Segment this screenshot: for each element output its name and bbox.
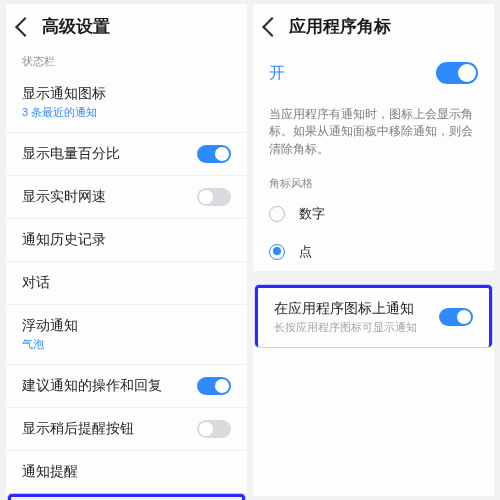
row-label: 在应用程序图标上通知 [274,300,417,318]
radio-icon[interactable] [269,206,285,222]
app-badges-panel: 应用程序角标 开 当应用程序有通知时，图标上会显示角标。如果从通知面板中移除通知… [253,4,494,496]
row-label: 通知提醒 [22,463,78,481]
master-toggle-row[interactable]: 开 [253,48,494,98]
advanced-settings-panel: 高级设置 状态栏 显示通知图标 3 条最近的通知 显示电量百分比 显示实时网速 … [6,4,247,496]
back-icon[interactable] [262,17,282,37]
row-remind-later[interactable]: 显示稍后提醒按钮 [6,408,247,451]
row-notif-on-app-icon[interactable]: 在应用程序图标上通知 长按应用程序图标可显示通知 [255,285,492,347]
row-app-badges[interactable]: 应用程序角标 [8,494,245,500]
toggle-master[interactable] [436,62,478,84]
toggle-net-speed[interactable] [197,188,231,206]
divider [253,271,494,285]
row-label: 显示稍后提醒按钮 [22,420,134,438]
radio-label: 数字 [299,205,325,223]
master-label: 开 [269,63,285,84]
row-show-net-speed[interactable]: 显示实时网速 [6,176,247,219]
row-floating-notif[interactable]: 浮动通知 气泡 [6,305,247,365]
row-show-battery-percent[interactable]: 显示电量百分比 [6,133,247,176]
back-icon[interactable] [15,17,35,37]
page-title: 应用程序角标 [289,16,391,38]
row-label: 对话 [22,274,50,292]
row-label: 显示电量百分比 [22,145,120,163]
radio-row-number[interactable]: 数字 [253,195,494,233]
row-label: 显示实时网速 [22,188,106,206]
row-conversations[interactable]: 对话 [6,262,247,305]
row-label: 通知历史记录 [22,231,106,249]
header: 应用程序角标 [253,4,494,48]
row-label: 显示通知图标 [22,85,106,103]
row-label: 浮动通知 [22,317,78,335]
row-suggest-actions[interactable]: 建议通知的操作和回复 [6,365,247,408]
row-notif-history[interactable]: 通知历史记录 [6,219,247,262]
description: 当应用程序有通知时，图标上会显示角标。如果从通知面板中移除通知，则会清除角标。 [253,98,494,170]
radio-label: 点 [299,243,312,261]
row-sub: 3 条最近的通知 [22,105,106,120]
radio-row-dot[interactable]: 点 [253,233,494,271]
row-notif-reminder[interactable]: 通知提醒 [6,451,247,494]
header: 高级设置 [6,4,247,48]
toggle-remind-later[interactable] [197,420,231,438]
row-label: 建议通知的操作和回复 [22,377,162,395]
section-label-badge-style: 角标风格 [253,170,494,195]
row-show-notif-icons[interactable]: 显示通知图标 3 条最近的通知 [6,73,247,133]
toggle-notif-on-icon[interactable] [439,308,473,326]
row-sub: 气泡 [22,337,78,352]
page-title: 高级设置 [42,16,110,38]
row-sub: 长按应用程序图标可显示通知 [274,320,417,335]
toggle-suggest-actions[interactable] [197,377,231,395]
radio-icon[interactable] [269,244,285,260]
toggle-battery-percent[interactable] [197,145,231,163]
section-label-statusbar: 状态栏 [6,48,247,73]
